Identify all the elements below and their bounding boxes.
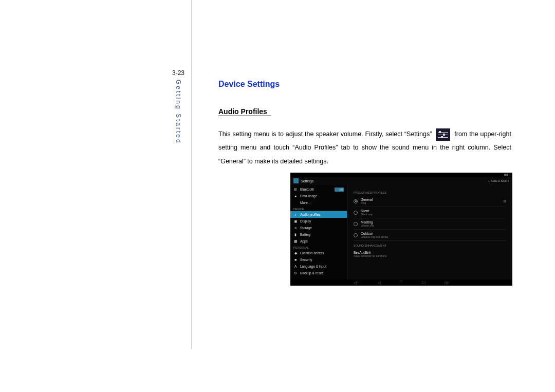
sidebar-item-language[interactable]: A Language & input — [290, 263, 347, 270]
label: Data usage — [300, 194, 317, 198]
nav-home-icon[interactable]: ⌒ — [399, 280, 403, 286]
nav-vol-down-icon[interactable]: ◁− — [354, 281, 359, 285]
radio-icon[interactable] — [354, 233, 358, 237]
section-predefined: PREDEFINED PROFILES — [354, 191, 506, 194]
label: Location access — [300, 251, 324, 255]
nav-vol-up-icon[interactable]: ◁+ — [444, 281, 450, 285]
settings-app-icon — [293, 178, 299, 183]
sidebar-item-bluetooth[interactable]: B Bluetooth ON — [290, 186, 347, 193]
label: More... — [300, 201, 310, 204]
title: Outdoor — [361, 232, 506, 235]
nav-recent-icon[interactable]: ☐ — [422, 281, 425, 285]
label: Apps — [300, 239, 308, 243]
section-personal: PERSONAL — [290, 245, 347, 250]
label: Audio profiles — [300, 213, 320, 216]
sidebar-item-storage[interactable]: ≡ Storage — [290, 225, 347, 231]
sidebar-item-display[interactable]: ▣ Display — [290, 218, 347, 225]
settings-header: Settings + ADD ≡ SORT — [290, 177, 512, 185]
profile-silent[interactable]: Silent Silent only — [354, 207, 506, 218]
heading-audio-profiles: Audio Profiles — [218, 107, 271, 116]
storage-icon: ≡ — [293, 226, 298, 230]
label: Display — [300, 219, 311, 223]
label: Battery — [300, 233, 311, 236]
sidebar-item-more[interactable]: More... — [290, 199, 347, 206]
apps-icon: ▦ — [293, 239, 298, 244]
settings-sidebar: B Bluetooth ON ● Data usage More... DEVI… — [290, 185, 347, 279]
sub: Audio enhancer for earphone — [354, 254, 506, 257]
android-settings-screenshot: ▮ ▮ ▯ Settings + ADD ≡ SORT B Bluetooth … — [290, 173, 512, 286]
sidebar-item-battery[interactable]: ▮ Battery — [290, 231, 347, 238]
nav-back-icon[interactable]: ◁ — [378, 281, 381, 285]
display-icon: ▣ — [293, 219, 298, 223]
security-icon: ■ — [293, 258, 298, 262]
sub: Vibrate only — [361, 224, 506, 227]
section-device: DEVICE — [290, 206, 347, 211]
radio-icon[interactable] — [354, 211, 358, 215]
sidebar-item-apps[interactable]: ▦ Apps — [290, 238, 347, 245]
title: BesAudEnh — [354, 251, 506, 254]
settings-sliders-icon — [436, 128, 450, 141]
header-actions: + ADD ≡ SORT — [488, 179, 509, 182]
title: Silent — [361, 209, 506, 213]
label: Language & input — [300, 265, 326, 268]
nav-bar: ◁− ◁ ⌒ ☐ ◁+ — [290, 279, 512, 286]
label: Security — [300, 258, 312, 262]
vertical-divider — [192, 0, 192, 349]
language-icon: A — [293, 265, 298, 269]
profile-general[interactable]: General Ring ⚙ — [354, 196, 506, 207]
page-number: 3-23 — [172, 69, 184, 77]
title: General — [361, 198, 503, 201]
sidebar-chapter-label: Getting Started — [175, 80, 182, 144]
profile-outdoor[interactable]: Outdoor Loudest ring and vibrate — [354, 230, 506, 241]
radio-checked-icon[interactable] — [354, 199, 358, 203]
status-bar: ▮ ▮ ▯ — [290, 173, 512, 177]
sidebar-item-data-usage[interactable]: ● Data usage — [290, 193, 347, 199]
sub: Loudest ring and vibrate — [361, 235, 506, 238]
sidebar-item-audio-profiles[interactable]: ♪ Audio profiles — [290, 211, 347, 218]
battery-icon: ▮ — [293, 233, 298, 237]
sidebar-item-security[interactable]: ■ Security — [290, 256, 347, 263]
bluetooth-icon: B — [293, 188, 298, 192]
enhance-besaudenh[interactable]: BesAudEnh Audio enhancer for earphone — [354, 249, 506, 259]
label: Bluetooth — [300, 188, 314, 191]
status-icons: ▮ ▮ ▯ — [504, 173, 510, 176]
sub: Ring — [361, 201, 503, 204]
body-paragraph: This setting menu is to adjust the speak… — [218, 127, 511, 168]
gear-icon[interactable]: ⚙ — [503, 199, 506, 203]
sub: Silent only — [361, 213, 506, 216]
section-enhancement: SOUND ENHANCEMENT — [354, 244, 506, 247]
label: Backup & reset — [300, 271, 323, 275]
title: Meeting — [361, 220, 506, 224]
radio-icon[interactable] — [354, 222, 358, 226]
location-icon: ◆ — [293, 251, 298, 255]
main-content: Device Settings Audio Profiles This sett… — [218, 80, 511, 168]
backup-icon: ↻ — [293, 271, 298, 275]
para-text-1: This setting menu is to adjust the speak… — [218, 130, 432, 138]
label: Storage — [300, 226, 312, 230]
audio-icon: ♪ — [293, 213, 298, 217]
data-icon: ● — [293, 194, 298, 198]
profile-meeting[interactable]: Meeting Vibrate only — [354, 218, 506, 230]
bluetooth-toggle[interactable]: ON — [335, 188, 344, 192]
settings-title: Settings — [301, 179, 313, 183]
settings-detail-pane: PREDEFINED PROFILES General Ring ⚙ Silen… — [347, 185, 512, 279]
sidebar-item-backup[interactable]: ↻ Backup & reset — [290, 270, 347, 276]
sidebar-item-location[interactable]: ◆ Location access — [290, 250, 347, 256]
heading-device-settings: Device Settings — [218, 80, 511, 89]
